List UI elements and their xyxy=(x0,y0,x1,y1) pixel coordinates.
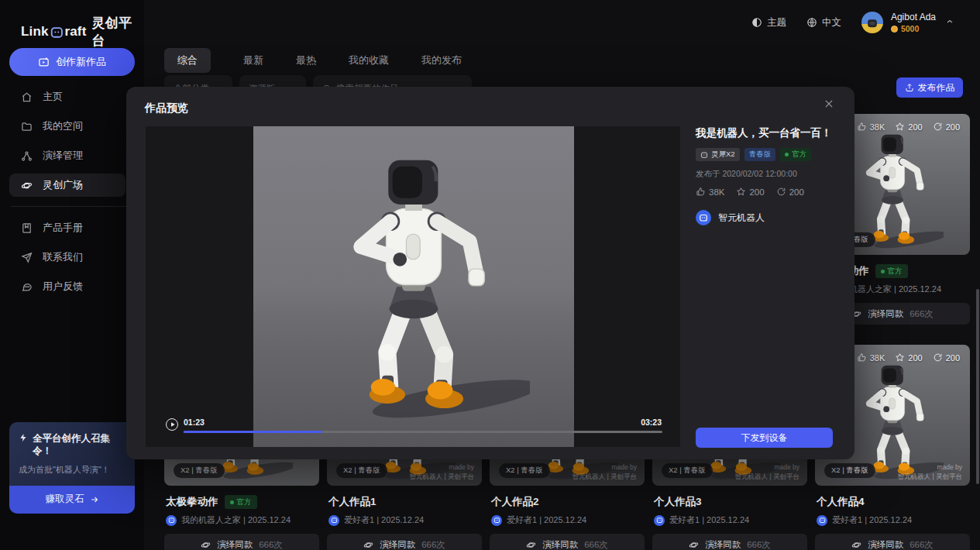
work-title: 我是机器人，买一台省一百！ xyxy=(696,126,835,140)
tab-最新[interactable]: 最新 xyxy=(243,53,263,67)
tab-综合[interactable]: 综合 xyxy=(164,48,211,73)
sidebar-item-演绎管理[interactable]: 演绎管理 xyxy=(9,144,135,167)
edition-tag: 青春版 xyxy=(744,148,776,161)
replay-label: 演绎同款 xyxy=(542,539,578,550)
arrow-right-icon xyxy=(90,495,99,504)
user-avatar[interactable] xyxy=(861,12,883,33)
replay-label: 演绎同款 xyxy=(705,539,741,550)
folder-icon xyxy=(21,121,33,132)
author-avatar xyxy=(328,515,339,526)
sidebar-item-我的空间[interactable]: 我的空间 xyxy=(9,115,135,138)
card-author: 爱好者1 | 2025.12.24 xyxy=(327,514,482,526)
official-tag: 官方 xyxy=(225,495,257,509)
chevron-up-icon[interactable] xyxy=(945,15,954,29)
tab-我的收藏[interactable]: 我的收藏 xyxy=(349,53,389,67)
card-title: 个人作品1 xyxy=(328,495,377,509)
replay-same-button[interactable]: 演绎同款666次 xyxy=(815,534,970,550)
sidebar-item-label: 灵创广场 xyxy=(43,178,83,192)
share-stat[interactable]: 200 xyxy=(776,187,804,197)
replay-same-button[interactable]: 演绎同款666次 xyxy=(164,534,319,550)
book-icon xyxy=(21,222,33,234)
total-time: 03:23 xyxy=(641,418,662,427)
replay-count: 666次 xyxy=(747,539,771,550)
replay-same-button[interactable]: 演绎同款666次 xyxy=(652,534,807,550)
current-time: 01:23 xyxy=(184,418,205,427)
play-icon xyxy=(170,421,176,428)
brand-platform: 灵创平台 xyxy=(92,14,144,50)
video-player: 01:23 03:23 xyxy=(146,126,680,447)
sidebar-item-联系我们[interactable]: 联系我们 xyxy=(9,246,135,269)
upload-icon xyxy=(905,83,914,92)
share-icon xyxy=(776,187,786,197)
theme-icon xyxy=(751,17,762,28)
sidebar-item-label: 演绎管理 xyxy=(43,149,83,163)
home-icon xyxy=(21,91,33,103)
author-avatar xyxy=(696,210,711,225)
sidebar-item-label: 用户反馈 xyxy=(43,280,83,294)
sidebar-nav: 主页我的空间演绎管理灵创广场产品手册联系我们用户反馈 xyxy=(9,85,135,304)
sidebar-item-用户反馈[interactable]: 用户反馈 xyxy=(9,275,135,298)
promo-body: 全平台创作人召集令！ 成为首批"机器人导演"！ xyxy=(9,422,135,486)
planet-icon xyxy=(851,540,861,550)
close-icon[interactable] xyxy=(824,98,834,109)
sort-tabs: 综合最新最热我的收藏我的发布 xyxy=(164,48,462,73)
play-button[interactable] xyxy=(166,418,178,431)
user-menu[interactable]: Agibot Ada 5000 xyxy=(891,12,936,33)
work-detail-panel: 我是机器人，买一台省一百！ 灵犀X2 青春版 官方 发布于 2020/02/02… xyxy=(696,126,835,225)
sidebar-item-产品手册[interactable]: 产品手册 xyxy=(9,216,135,239)
video-frame[interactable] xyxy=(253,126,574,447)
create-work-button[interactable]: 创作新作品 xyxy=(9,48,135,76)
share-stat: 200 xyxy=(933,122,960,132)
card-title: 太极拳动作 xyxy=(166,495,218,509)
promo-subline: 成为首批"机器人导演"！ xyxy=(19,464,126,476)
publish-time: 发布于 2020/02/02 12:00:00 xyxy=(696,169,835,180)
like-stat[interactable]: 38K xyxy=(696,187,724,197)
language-switcher[interactable]: 中文 xyxy=(806,16,841,29)
star-icon xyxy=(736,187,746,197)
replay-label: 演绎同款 xyxy=(868,308,903,320)
publish-work-button[interactable]: 发布作品 xyxy=(896,77,963,98)
replay-count: 666次 xyxy=(910,308,934,320)
sidebar-item-灵创广场[interactable]: 灵创广场 xyxy=(9,174,126,197)
star-stat[interactable]: 200 xyxy=(736,187,764,197)
planet-icon xyxy=(21,180,33,191)
coin-balance: 5000 xyxy=(901,24,919,33)
scrollbar-thumb[interactable] xyxy=(976,289,979,484)
model-badge: X2 | 青春版 xyxy=(336,463,387,478)
card-title: 个人作品2 xyxy=(491,495,539,509)
model-badge: X2 | 青春版 xyxy=(662,463,713,478)
robot-figure xyxy=(297,150,530,428)
author-row[interactable]: 智元机器人 xyxy=(696,210,835,225)
card-title: 个人作品4 xyxy=(817,495,865,509)
send-to-device-label: 下发到设备 xyxy=(741,431,788,445)
work-preview-modal: 作品预览 01:23 03:23 xyxy=(126,87,854,459)
brand-suffix: raft xyxy=(64,24,86,40)
progress-bar[interactable] xyxy=(184,431,662,433)
star-icon xyxy=(895,122,905,132)
thumbs-up-icon xyxy=(857,122,867,132)
author-name: 智元机器人 xyxy=(718,211,765,225)
lightning-icon xyxy=(19,433,28,442)
sidebar-item-主页[interactable]: 主页 xyxy=(9,85,135,108)
send-to-device-button[interactable]: 下发到设备 xyxy=(696,428,833,448)
planet-icon xyxy=(201,540,211,550)
brand-prefix: Link xyxy=(21,24,49,40)
watermark: made by智元机器人 | 灵创平台 xyxy=(573,462,637,483)
header-actions: 主题 中文 Agibot Ada 5000 xyxy=(751,0,980,45)
promo-headline: 全平台创作人召集令！ xyxy=(33,432,126,458)
official-dot-icon xyxy=(785,153,789,156)
theme-toggle[interactable]: 主题 xyxy=(751,16,786,29)
replay-same-button[interactable]: 演绎同款666次 xyxy=(490,534,645,550)
replay-label: 演绎同款 xyxy=(217,539,253,550)
tab-我的发布[interactable]: 我的发布 xyxy=(421,53,462,67)
planet-icon xyxy=(363,540,373,550)
official-tag: 官方 xyxy=(780,148,811,161)
earn-gems-button[interactable]: 赚取灵石 xyxy=(9,486,135,514)
replay-label: 演绎同款 xyxy=(380,539,415,550)
author-avatar xyxy=(166,515,177,526)
replay-same-button[interactable]: 演绎同款666次 xyxy=(327,534,482,550)
sidebar-item-label: 主页 xyxy=(43,90,63,104)
tab-最热[interactable]: 最热 xyxy=(296,53,316,67)
share-icon xyxy=(933,352,943,363)
thumbs-up-icon xyxy=(696,187,706,197)
